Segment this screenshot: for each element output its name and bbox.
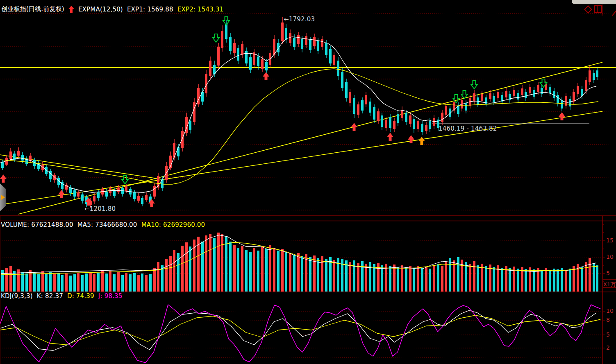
indicator-name: EXPMA(12,50)	[78, 6, 123, 13]
kdj-j-value: J: 98.35	[98, 292, 123, 300]
range-annotation: 1460.19 - 1463.82	[439, 125, 497, 132]
volume-header: VOLUME: 67621488.00 MA5: 73466680.00 MA1…	[1, 221, 205, 228]
expma-lines-layer	[0, 37, 598, 192]
peak-price-annotation: ←1792.03	[284, 16, 315, 23]
volume-axis-tick-2: 5	[606, 270, 610, 276]
signal-arrows-layer	[0, 17, 565, 207]
kdj-k-value: K: 82.37	[37, 292, 63, 300]
kdj-header: KDJ(9,3,3) K: 82.37 D: 74.39 J: 98.35	[1, 292, 123, 300]
exp1-value: EXP1: 1569.88	[127, 6, 173, 13]
stock-chart-app: 创业板指(日线.前复权) EXPMA(12,50) EXP1: 1569.88 …	[0, 0, 616, 364]
chart-header: 创业板指(日线.前复权) EXPMA(12,50) EXP1: 1569.88 …	[1, 5, 224, 13]
volume-unit-label: X1万	[603, 281, 616, 288]
volume-ma10-value: MA10: 62692960.00	[141, 221, 205, 228]
chart-canvas	[0, 0, 616, 364]
exp2-value: EXP2: 1543.31	[177, 6, 224, 13]
kdj-d-value: D: 74.39	[67, 292, 94, 300]
volume-axis-tick-0: 15	[606, 237, 614, 244]
kdj-axis-tick-1: 8	[606, 317, 610, 323]
volume-axis-tick-1: 10	[606, 253, 614, 260]
window-divider-bar	[602, 5, 602, 16]
candles-layer	[1, 17, 598, 208]
grid-layer	[0, 14, 616, 357]
kdj-axis-tick-3: 2	[606, 344, 610, 351]
window-restore-icon[interactable]	[594, 5, 602, 13]
bottom-price-annotation: ←1201.80	[84, 205, 116, 213]
window-restore-icon-divider	[597, 6, 598, 12]
kdj-name: KDJ(9,3,3)	[1, 292, 33, 300]
kdj-axis-tick-0: 10	[606, 307, 614, 314]
window-top-strip	[572, 0, 616, 4]
up-arrow-icon	[68, 6, 74, 13]
volume-bars-layer	[1, 233, 598, 292]
symbol-title: 创业板指(日线.前复权)	[1, 5, 64, 13]
trendlines-layer	[0, 62, 616, 214]
kdj-axis-tick-2: 5	[606, 331, 610, 338]
kdj-lines-layer	[0, 305, 600, 363]
volume-value: VOLUME: 67621488.00	[1, 221, 73, 228]
expand-arrow-icon	[1, 195, 5, 200]
volume-ma5-value: MA5: 73466680.00	[77, 221, 137, 228]
